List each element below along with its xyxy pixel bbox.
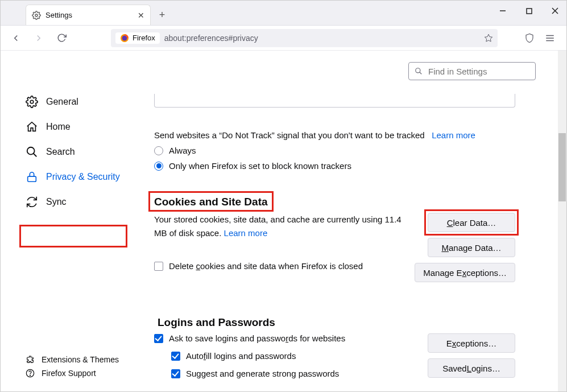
tab-settings[interactable]: Settings ✕ <box>26 5 151 25</box>
previous-section-fragment <box>154 94 515 108</box>
sidebar-item-label: Home <box>46 122 71 132</box>
scrollbar-track[interactable] <box>558 51 566 391</box>
search-settings-input[interactable] <box>427 66 529 77</box>
svg-point-12 <box>27 147 35 155</box>
checkbox-icon[interactable] <box>154 334 163 343</box>
checkbox-label: Suggest and generate strong passwords <box>186 369 339 378</box>
autofill-logins-row[interactable]: Autofill logins and passwords <box>171 351 411 361</box>
sidebar-bottom-label: Extensions & Themes <box>42 355 119 364</box>
svg-point-17 <box>416 68 420 73</box>
checkbox-label: Delete cookies and site data when Firefo… <box>169 259 363 273</box>
back-button[interactable] <box>9 31 23 46</box>
identity-box[interactable]: Firefox <box>115 32 160 44</box>
dnt-option-always[interactable]: Always <box>154 146 515 155</box>
svg-point-11 <box>30 100 34 104</box>
sidebar-firefox-support[interactable]: Firefox Support <box>26 369 119 378</box>
checkbox-icon[interactable] <box>154 262 163 271</box>
titlebar: Settings ✕ + <box>1 1 566 26</box>
identity-label: Firefox <box>133 34 155 42</box>
sidebar-item-privacy-security[interactable]: Privacy & Security <box>26 166 143 188</box>
checkbox-icon[interactable] <box>171 369 180 378</box>
cookies-section-title: Cookies and Site Data <box>154 196 268 208</box>
manage-exceptions-button[interactable]: Manage Exceptions… <box>415 263 515 282</box>
app-menu-icon[interactable] <box>545 33 555 43</box>
radio-icon[interactable] <box>154 162 163 171</box>
ask-save-logins-row[interactable]: Ask to save logins and passwords for web… <box>154 333 411 343</box>
svg-line-13 <box>34 154 37 157</box>
bookmark-star-icon[interactable] <box>484 34 493 43</box>
main-content: Send websites a “Do Not Track” signal th… <box>143 51 566 391</box>
sync-icon <box>26 196 38 208</box>
new-tab-button[interactable]: + <box>154 7 170 23</box>
svg-marker-7 <box>485 34 492 42</box>
pocket-icon[interactable] <box>524 33 535 43</box>
gear-icon <box>32 11 41 20</box>
tab-title: Settings <box>45 11 72 19</box>
firefox-logo-icon <box>120 34 129 43</box>
logins-section-title: Logins and Passwords <box>158 316 515 329</box>
svg-line-18 <box>420 72 422 75</box>
dnt-option-blocking[interactable]: Only when Firefox is set to block known … <box>154 161 515 171</box>
dnt-description: Send websites a “Do Not Track” signal th… <box>154 130 515 140</box>
window-close-button[interactable] <box>549 5 561 16</box>
clear-data-button[interactable]: Clear Data… <box>428 213 515 232</box>
logins-exceptions-button[interactable]: Exceptions… <box>428 333 515 353</box>
sidebar-item-label: Search <box>46 147 75 157</box>
sidebar: General Home Search Privacy & Security S… <box>1 51 143 391</box>
sidebar-item-label: Privacy & Security <box>46 172 120 182</box>
sidebar-item-general[interactable]: General <box>26 90 143 113</box>
scrollbar-thumb[interactable] <box>558 133 566 201</box>
svg-point-0 <box>35 14 38 16</box>
lock-icon <box>26 171 38 183</box>
sidebar-item-home[interactable]: Home <box>26 115 143 138</box>
cookies-learn-more-link[interactable]: Learn more <box>224 228 268 238</box>
sidebar-item-search[interactable]: Search <box>26 141 143 163</box>
window-minimize-button[interactable] <box>497 5 508 16</box>
search-icon <box>26 146 38 158</box>
manage-data-button[interactable]: Manage Data… <box>428 238 515 257</box>
close-tab-icon[interactable]: ✕ <box>138 11 144 20</box>
sidebar-item-label: General <box>46 97 78 107</box>
search-settings-field[interactable] <box>408 62 536 80</box>
radio-label: Always <box>169 146 196 155</box>
toolbar: Firefox about:preferences#privacy <box>1 26 566 51</box>
checkbox-icon[interactable] <box>171 352 180 361</box>
sidebar-item-label: Sync <box>46 197 67 207</box>
sidebar-bottom-label: Firefox Support <box>42 369 96 378</box>
help-icon <box>26 369 35 378</box>
saved-logins-button[interactable]: Saved Logins… <box>428 358 515 378</box>
radio-icon[interactable] <box>154 146 163 155</box>
checkbox-label: Ask to save logins and passwords for web… <box>169 333 345 343</box>
delete-on-close-row[interactable]: Delete cookies and site data when Firefo… <box>154 259 403 273</box>
url-bar[interactable]: Firefox about:preferences#privacy <box>111 29 498 47</box>
puzzle-icon <box>26 355 35 364</box>
svg-rect-14 <box>28 176 36 181</box>
search-icon <box>415 67 423 75</box>
home-icon <box>26 121 38 133</box>
suggest-passwords-row[interactable]: Suggest and generate strong passwords <box>171 369 411 378</box>
sidebar-extensions-themes[interactable]: Extensions & Themes <box>26 355 119 364</box>
cookies-desc: Your stored cookies, site data, and cach… <box>154 214 402 238</box>
svg-point-16 <box>30 375 30 376</box>
dnt-learn-more-link[interactable]: Learn more <box>432 130 475 140</box>
url-text: about:preferences#privacy <box>164 34 258 43</box>
svg-rect-2 <box>527 9 532 14</box>
radio-label: Only when Firefox is set to block known … <box>169 161 351 171</box>
forward-button[interactable] <box>31 31 46 46</box>
window-maximize-button[interactable] <box>523 5 535 16</box>
sidebar-item-sync[interactable]: Sync <box>26 191 143 213</box>
checkbox-label: Autofill logins and passwords <box>186 351 296 361</box>
reload-button[interactable] <box>54 31 69 46</box>
gear-icon <box>26 96 38 108</box>
